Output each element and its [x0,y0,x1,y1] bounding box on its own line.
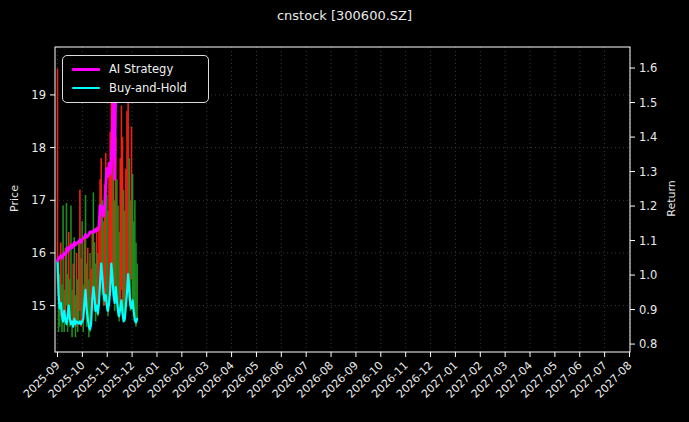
legend: AI Strategy Buy-and-Hold [62,55,209,103]
right-tick-label: 1.5 [639,96,657,110]
right-tick-label: 1.2 [639,199,657,213]
legend-item-buy-and-hold: Buy-and-Hold [72,83,208,95]
legend-label-buy-and-hold: Buy-and-Hold [109,83,187,95]
right-tick-label: 1.6 [639,61,657,75]
right-tick-label: 1.0 [639,268,657,282]
left-tick-label: 16 [31,246,46,260]
right-axis-label: Return [665,159,678,239]
left-tick-label: 17 [31,193,46,207]
right-tick-label: 1.1 [639,234,657,248]
legend-line-buy-and-hold-icon [72,87,100,89]
legend-item-ai-strategy: AI Strategy [72,64,208,76]
left-tick-label: 15 [31,299,46,313]
chart-title: cnstock [300600.SZ] [0,8,689,23]
left-tick-label: 19 [31,88,46,102]
price-bars [58,69,138,338]
right-tick-label: 0.8 [639,337,657,351]
right-tick-label: 0.9 [639,303,657,317]
legend-line-ai-strategy-icon [72,68,100,71]
right-tick-label: 1.4 [639,130,657,144]
legend-label-ai-strategy: AI Strategy [109,64,173,76]
chart-figure: 15161718190.80.91.01.11.21.31.41.51.6202… [0,0,689,422]
left-tick-label: 18 [31,141,46,155]
left-axis-label: Price [8,159,21,239]
right-tick-label: 1.3 [639,165,657,179]
